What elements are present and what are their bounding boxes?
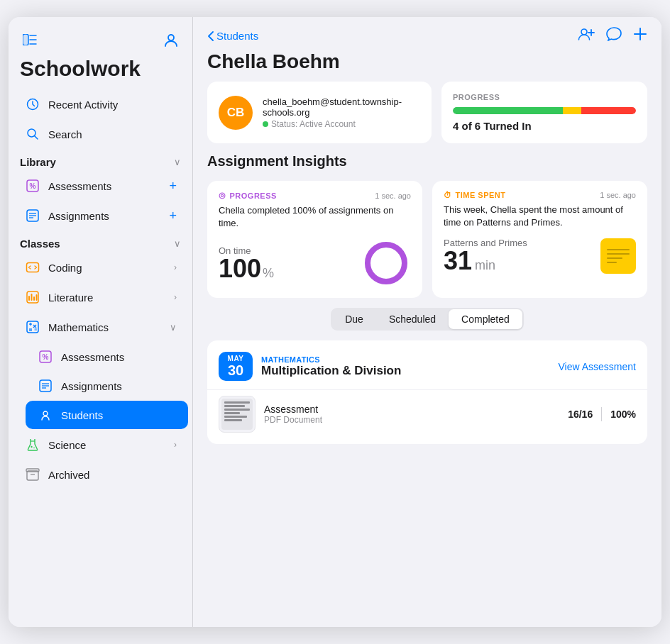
document-row: Assessment PDF Document 16/16 100% <box>219 390 636 433</box>
filter-tab-completed[interactable]: Completed <box>449 309 522 329</box>
view-assessment-button[interactable]: View Assessment <box>559 361 636 372</box>
svg-point-49 <box>368 245 405 282</box>
lib-assessments-add-icon[interactable]: + <box>169 179 177 194</box>
svg-text:%: % <box>43 353 49 361</box>
svg-point-38 <box>31 446 32 448</box>
progress-type: ◎ PROGRESS <box>219 191 277 200</box>
archived-label: Archived <box>48 469 177 481</box>
on-time-unit: % <box>263 266 274 281</box>
recent-activity-label: Recent Activity <box>48 99 177 111</box>
progress-label: PROGRESS <box>453 93 636 101</box>
student-status: Status: Active Account <box>263 119 420 129</box>
progress-bar <box>453 107 636 114</box>
sidebar-item-literature[interactable]: Literature › <box>13 283 188 311</box>
library-section-header: Library ∨ <box>9 149 192 171</box>
sidebar-item-archived[interactable]: Archived <box>13 460 188 489</box>
svg-line-8 <box>35 136 38 140</box>
sidebar-item-science[interactable]: Science › <box>13 431 188 459</box>
app-title: Schoolwork <box>9 54 192 89</box>
literature-label: Literature <box>48 292 167 304</box>
progress-bar-yellow <box>563 107 581 114</box>
insights-title: Assignment Insights <box>207 153 647 170</box>
progress-insight-desc: Chella completed 100% of assignments on … <box>219 204 411 230</box>
time-insight-header: ⏱ TIME SPENT 1 sec. ago <box>444 191 636 199</box>
lib-assignments-add-icon[interactable]: + <box>169 209 177 223</box>
time-type-label: TIME SPENT <box>456 191 506 199</box>
mathematics-sub-items: % Assessments Assignments <box>9 342 192 430</box>
progress-bar-green <box>453 107 563 114</box>
time-insight-desc: This week, Chella spent the most amount … <box>444 204 636 229</box>
sidebar-item-search[interactable]: Search <box>13 120 188 148</box>
main-content: Students <box>193 17 661 627</box>
score-value: 16/16 <box>568 409 593 420</box>
document-name: Assessment <box>264 404 559 415</box>
progress-card: PROGRESS 4 of 6 Turned In <box>441 82 647 143</box>
sidebar-item-recent-activity[interactable]: Recent Activity <box>13 90 188 118</box>
math-assessments-icon: % <box>37 348 54 365</box>
progress-metric-row: On time 100 % <box>219 238 411 288</box>
on-time-value: 100 <box>219 256 261 282</box>
progress-insight-time: 1 sec. ago <box>375 191 411 200</box>
sidebar-item-math-students[interactable]: Students <box>26 401 188 429</box>
literature-icon <box>24 289 41 306</box>
time-type: ⏱ TIME SPENT <box>444 191 506 199</box>
lib-assignments-label: Assignments <box>48 210 162 222</box>
document-thumbnail <box>219 396 256 433</box>
time-type-icon: ⏱ <box>444 191 452 199</box>
time-insight-card: ⏱ TIME SPENT 1 sec. ago This week, Chell… <box>432 181 647 298</box>
science-icon <box>24 436 41 453</box>
sidebar-header <box>9 17 192 54</box>
sidebar-item-math-assessments[interactable]: % Assessments <box>26 343 188 371</box>
math-assignments-label: Assignments <box>61 380 177 392</box>
assignment-header: MAY 30 MATHEMATICS Multiplication & Divi… <box>219 352 636 381</box>
document-info: Assessment PDF Document <box>264 404 559 425</box>
time-value: 31 <box>444 248 472 274</box>
lib-assessments-label: Assessments <box>48 180 162 192</box>
date-badge: MAY 30 <box>219 352 253 381</box>
svg-point-43 <box>581 29 587 35</box>
svg-rect-41 <box>26 469 39 472</box>
profile-button[interactable] <box>161 30 181 50</box>
time-insight-time: 1 sec. ago <box>600 191 636 199</box>
svg-text:%: % <box>30 182 36 190</box>
comment-button[interactable] <box>606 27 622 45</box>
sidebar-item-lib-assessments[interactable]: % Assessments + <box>13 172 188 200</box>
filter-tab-scheduled[interactable]: Scheduled <box>376 309 449 329</box>
library-title: Library <box>20 156 56 168</box>
assignment-meta: MATHEMATICS Multiplication & Division <box>261 355 550 378</box>
progress-insight-card: ◎ PROGRESS 1 sec. ago Chella completed 1… <box>207 181 422 298</box>
math-assignments-icon <box>37 377 54 394</box>
content-area: CB chella_boehm@student.township-schools… <box>193 82 661 627</box>
assignments-icon <box>24 207 41 224</box>
archived-icon <box>24 466 41 483</box>
time-metric-row: Patterns and Primes 31 min <box>444 238 636 274</box>
progress-bar-red <box>581 107 636 114</box>
svg-rect-0 <box>23 34 28 45</box>
filter-tab-due[interactable]: Due <box>332 309 376 329</box>
progress-insight-header: ◎ PROGRESS 1 sec. ago <box>219 191 411 200</box>
donut-chart <box>361 238 411 288</box>
literature-chevron-icon: › <box>174 292 177 302</box>
svg-text:≡: ≡ <box>34 327 37 332</box>
back-button[interactable]: Students <box>207 30 258 42</box>
svg-rect-40 <box>27 471 38 480</box>
sidebar-toggle-button[interactable] <box>20 30 40 50</box>
coding-icon <box>24 259 41 276</box>
document-type: PDF Document <box>264 415 559 425</box>
main-header: Students <box>193 17 661 49</box>
add-button[interactable] <box>633 27 647 45</box>
add-student-button[interactable] <box>578 27 595 45</box>
svg-rect-19 <box>33 296 35 301</box>
math-assessments-label: Assessments <box>61 351 177 363</box>
science-label: Science <box>48 439 167 451</box>
sidebar-item-coding[interactable]: Coding › <box>13 253 188 282</box>
sidebar-item-math-assignments[interactable]: Assignments <box>26 372 188 400</box>
assignment-card: MAY 30 MATHEMATICS Multiplication & Divi… <box>207 340 647 444</box>
progress-type-icon: ◎ <box>219 191 226 200</box>
svg-point-5 <box>168 35 174 40</box>
student-email: chella_boehm@student.township-schools.or… <box>263 96 420 118</box>
sidebar-item-lib-assignments[interactable]: Assignments + <box>13 201 188 230</box>
svg-rect-17 <box>28 296 30 301</box>
coding-label: Coding <box>48 262 167 274</box>
sidebar-item-mathematics[interactable]: ≡ Mathematics ∨ <box>13 313 188 341</box>
